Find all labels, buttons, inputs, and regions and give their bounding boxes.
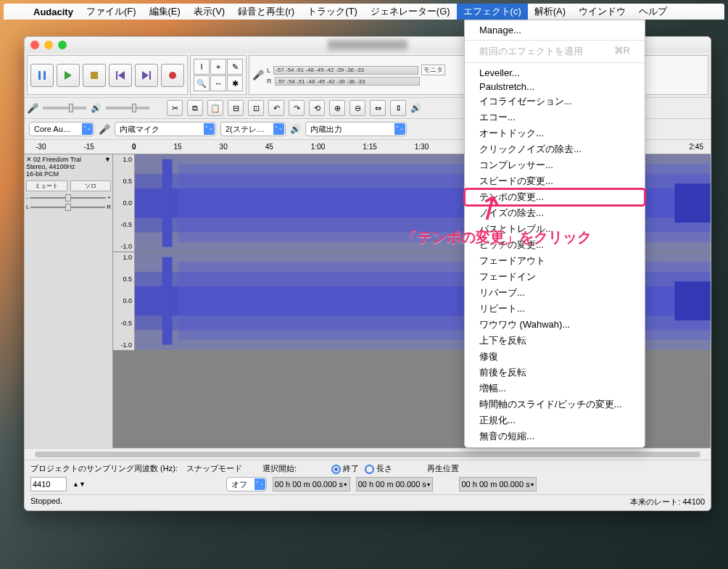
solo-button[interactable]: ソロ — [70, 180, 112, 191]
sample-rate-input[interactable]: 4410 — [30, 477, 67, 491]
output-volume-slider[interactable] — [106, 107, 149, 109]
length-radio[interactable] — [365, 465, 374, 474]
menu-item-effect[interactable]: クリックノイズの除去... — [465, 141, 645, 157]
end-radio[interactable] — [331, 465, 341, 474]
track-close-icon[interactable]: ✕ — [26, 156, 32, 163]
zoom-tool[interactable]: 🔍 — [194, 75, 210, 91]
multi-tool[interactable]: ✱ — [227, 75, 243, 91]
menu-generate[interactable]: ジェネレーター(G) — [364, 4, 457, 20]
zoom-in-button[interactable]: ⊕ — [329, 100, 345, 116]
playback-position-time[interactable]: 00 h 00 m 00.000 s▾ — [459, 477, 537, 491]
record-button[interactable] — [161, 64, 184, 87]
menu-item-effect[interactable]: スピードの変更... — [465, 173, 645, 189]
menu-item-effect[interactable]: オートドック... — [465, 125, 645, 141]
menu-separator — [465, 62, 645, 63]
mute-button[interactable]: ミュート — [26, 180, 67, 191]
svg-rect-0 — [38, 71, 41, 80]
effect-dropdown-menu: Manage... 前回のエフェクトを適用⌘R Leveller...Pauls… — [464, 20, 645, 448]
stop-button[interactable] — [83, 64, 106, 87]
copy-button[interactable]: ⧉ — [187, 100, 203, 116]
selection-start-label: 選択開始: — [262, 463, 297, 474]
menubar-app-name[interactable]: Audacity — [27, 5, 80, 19]
menu-file[interactable]: ファイル(F) — [80, 4, 143, 20]
transport-controls — [27, 55, 188, 95]
input-device-select[interactable]: 内蔵マイク — [115, 122, 216, 136]
pause-button[interactable] — [30, 64, 54, 87]
menu-item-effect[interactable]: ノイズの除去... — [465, 205, 645, 221]
menu-item-effect[interactable]: フェードイン — [465, 269, 645, 285]
menu-item-effect[interactable]: バスとトレブル... — [465, 221, 645, 237]
menu-item-effect[interactable]: ピッチの変更... — [465, 237, 645, 253]
menu-view[interactable]: 表示(V) — [187, 4, 231, 20]
menu-item-effect[interactable]: リピート... — [465, 301, 645, 317]
menu-item-effect[interactable]: 無音の短縮... — [465, 428, 645, 444]
rec-meter-r[interactable]: -57 -54 -51 -48 -45 -42 -39 -36 -33 — [275, 77, 420, 86]
menu-item-effect[interactable]: 上下を反転 — [465, 333, 645, 349]
svg-point-8 — [169, 72, 176, 79]
redo-button[interactable]: ↷ — [289, 100, 305, 116]
track-control-panel[interactable]: ✕ 02 Freedom Trai ▼ Stereo, 44100Hz 16-b… — [25, 154, 113, 448]
window-title-redacted — [328, 40, 408, 50]
timeshift-tool[interactable]: ↔ — [210, 75, 226, 91]
trim-button[interactable]: ⊟ — [228, 100, 244, 116]
sync-lock-button[interactable]: ⟲ — [309, 100, 325, 116]
menu-transport[interactable]: 録音と再生(r) — [231, 4, 301, 20]
fit-project-button[interactable]: ⇕ — [390, 100, 406, 116]
menu-item-effect[interactable]: Leveller... — [465, 66, 645, 80]
track-name[interactable]: 02 Freedom Trai — [33, 156, 103, 163]
vertical-scale-1[interactable]: 1.0 0.5 0.0 -0.5 -1.0 — [113, 154, 135, 252]
menu-tracks[interactable]: トラック(T) — [301, 4, 364, 20]
fit-selection-button[interactable]: ⇔ — [370, 100, 386, 116]
menu-item-effect[interactable]: フェードアウト — [465, 253, 645, 269]
horizontal-scrollbar[interactable] — [25, 448, 711, 460]
menu-item-effect[interactable]: ワウワウ (Wahwah)... — [465, 317, 645, 333]
menu-item-effect[interactable]: リバーブ... — [465, 285, 645, 301]
window-minimize-button[interactable] — [44, 41, 53, 49]
skip-start-button[interactable] — [109, 64, 132, 87]
svg-rect-7 — [149, 71, 151, 80]
audio-host-select[interactable]: Core Au… — [29, 122, 94, 136]
vertical-scale-2[interactable]: 1.0 0.5 0.0 -0.5 -1.0 — [113, 252, 135, 349]
play-button[interactable] — [57, 64, 80, 87]
menu-item-manage[interactable]: Manage... — [465, 23, 645, 37]
pan-slider[interactable]: LR — [26, 204, 111, 210]
menu-help[interactable]: ヘルプ — [632, 4, 674, 20]
menu-effect[interactable]: エフェクト(c) — [457, 4, 528, 20]
menu-item-effect[interactable]: テンポの変更... — [465, 189, 645, 205]
menu-item-effect[interactable]: 時間軸のスライド/ピッチの変更... — [465, 396, 645, 412]
envelope-tool[interactable]: ⌖ — [210, 59, 226, 75]
window-zoom-button[interactable] — [58, 41, 67, 49]
menu-item-effect[interactable]: エコー... — [465, 109, 645, 125]
gain-slider[interactable]: -+ — [26, 194, 111, 201]
draw-tool[interactable]: ✎ — [227, 59, 243, 75]
input-channels-select[interactable]: 2(ステレ… — [220, 122, 286, 136]
undo-button[interactable]: ↶ — [268, 100, 284, 116]
track-menu-icon[interactable]: ▼ — [104, 156, 111, 163]
zoom-out-button[interactable]: ⊖ — [349, 100, 365, 116]
rec-meter-l[interactable]: -57 -54 -51 -48 -45 -42 -39 -36 -33 — [273, 66, 418, 75]
menu-item-effect[interactable]: 増幅... — [465, 381, 645, 396]
window-close-button[interactable] — [30, 41, 39, 49]
svg-marker-6 — [142, 71, 149, 80]
paste-button[interactable]: 📋 — [207, 100, 223, 116]
selection-start-time[interactable]: 00 h 00 m 00.000 s▾ — [273, 477, 350, 491]
output-device-select[interactable]: 内蔵出力 — [305, 122, 407, 136]
menu-window[interactable]: ウインドウ — [572, 4, 632, 20]
menu-item-effect[interactable]: イコライゼーション... — [465, 94, 645, 109]
menu-edit[interactable]: 編集(E) — [143, 4, 187, 20]
input-volume-slider[interactable] — [43, 107, 86, 109]
monitor-button[interactable]: モニタ — [421, 65, 445, 75]
silence-button[interactable]: ⊡ — [248, 100, 264, 116]
skip-end-button[interactable] — [135, 64, 158, 87]
menu-item-effect[interactable]: Paulstretch... — [465, 80, 645, 94]
speaker-volume-icon: 🔊 — [91, 103, 102, 113]
cut-button[interactable]: ✂ — [167, 100, 183, 116]
menu-item-effect[interactable]: 修復 — [465, 349, 645, 365]
selection-tool[interactable]: I — [194, 59, 210, 75]
menu-item-effect[interactable]: 前後を反転 — [465, 365, 645, 381]
menu-item-effect[interactable]: 正規化... — [465, 412, 645, 428]
menu-item-effect[interactable]: コンプレッサー... — [465, 157, 645, 173]
selection-end-time[interactable]: 00 h 00 m 00.000 s▾ — [356, 477, 434, 491]
menu-analyze[interactable]: 解析(A) — [528, 4, 572, 20]
snap-select[interactable]: オフ — [226, 477, 267, 491]
